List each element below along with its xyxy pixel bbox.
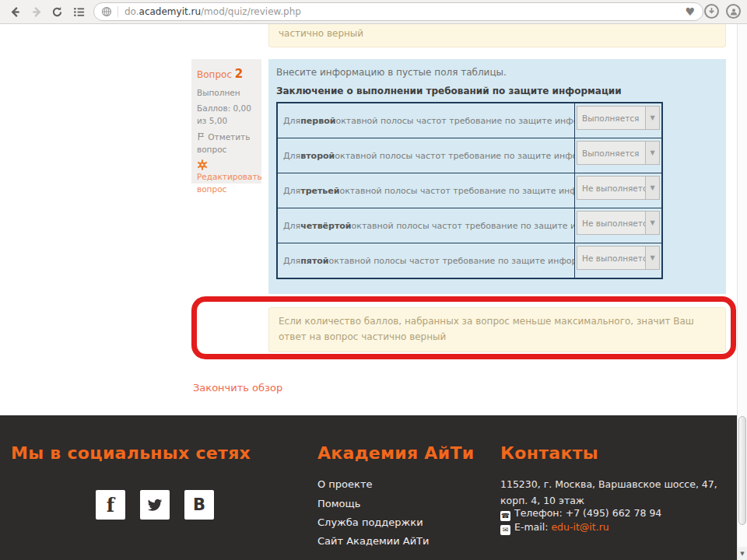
contact-email: ✉E-mail: edu-it@it.ru (500, 521, 609, 535)
contacts-heading: Контакты (500, 443, 598, 463)
answer-select[interactable]: Выполняется▼ (577, 141, 660, 165)
answer-cell: Не выполняется▼ (574, 243, 661, 278)
back-arrow-icon (9, 6, 21, 18)
finish-review-link[interactable]: Закончить обзор (193, 382, 282, 394)
back-button[interactable] (6, 3, 23, 20)
social-icons-row: f B (96, 490, 214, 520)
question-grade: Баллов: 0,00 из 5,00 (197, 103, 256, 128)
forward-button[interactable] (28, 3, 45, 20)
chevron-down-icon: ▼ (645, 177, 659, 199)
url-text: do.academyit.ru/mod/quiz/review.php (124, 6, 679, 17)
download-arrow-icon (708, 8, 715, 15)
answer-cell: Выполняется▼ (574, 103, 661, 138)
chevron-down-icon: ▼ (645, 142, 659, 164)
answer-select[interactable]: Не выполняется▼ (577, 246, 660, 270)
answer-cell: Выполняется▼ (574, 138, 661, 173)
footer-link-help[interactable]: Помощь (317, 498, 360, 509)
scrollbar-down-button[interactable]: ▼ (738, 547, 747, 560)
footer-link-site[interactable]: Сайт Академии АйТи (317, 535, 429, 547)
footer-link-support[interactable]: Служба поддержки (317, 516, 423, 528)
bookmark-heart-icon[interactable]: ♥ (685, 6, 695, 17)
footer-link-about[interactable]: О проекте (317, 478, 373, 490)
user-icon (730, 8, 738, 16)
row-statement: Для пятой октавной полосы частот требова… (278, 243, 574, 278)
question-prompt: Внесите информацию в пустые поля таблицы… (276, 67, 718, 78)
profile-button[interactable] (726, 4, 741, 19)
contact-phone: ☎Телефон: +7 (495) 662 78 94 (500, 507, 661, 521)
scrollbar-thumb[interactable] (738, 416, 746, 525)
row-statement: Для третьей октавной полосы частот требо… (278, 173, 574, 208)
question-body: Внесите информацию в пустые поля таблицы… (268, 59, 726, 294)
speed-dial-button[interactable] (70, 3, 87, 20)
table-row: Для второй октавной полосы частот требов… (278, 138, 661, 173)
general-feedback-box: Если количество баллов, набранных за воп… (268, 307, 726, 352)
chevron-down-icon: ▼ (645, 212, 659, 234)
twitter-button[interactable] (140, 490, 170, 520)
facebook-icon: f (107, 494, 114, 516)
chevron-down-icon: ▼ (645, 107, 659, 129)
row-statement: Для первой октавной полосы частот требов… (278, 103, 574, 138)
table-row: Для первой октавной полосы частот требов… (278, 103, 661, 138)
site-footer: Мы в социальных сетях f B Академия АйТи … (0, 415, 747, 560)
list-icon (73, 6, 85, 18)
phone-icon: ☎ (500, 511, 510, 521)
table-row: Для пятой октавной полосы частот требова… (278, 243, 661, 278)
globe-icon (101, 6, 112, 17)
answer-cell: Не выполняется▼ (574, 208, 661, 243)
email-link[interactable]: edu-it@it.ru (551, 521, 608, 533)
answer-select[interactable]: Выполняется▼ (577, 106, 660, 130)
answer-select[interactable]: Не выполняется▼ (577, 176, 660, 200)
reload-icon (51, 6, 63, 18)
answer-select[interactable]: Не выполняется▼ (577, 211, 660, 235)
previous-feedback-box: частично верный (268, 23, 726, 47)
vertical-scrollbar[interactable]: ▼ (737, 23, 747, 560)
row-statement: Для четвёртой октавной полосы частот тре… (278, 208, 574, 243)
browser-window: do.academyit.ru/mod/quiz/review.php ♥ ча… (0, 0, 747, 560)
question-number: Вопрос 2 (197, 65, 256, 83)
forward-arrow-icon (31, 6, 43, 18)
question-info-panel: Вопрос 2 Выполнен Баллов: 0,00 из 5,00 О… (191, 59, 261, 184)
answer-cell: Не выполняется▼ (574, 173, 661, 208)
email-icon: ✉ (500, 525, 510, 535)
twitter-icon (146, 496, 163, 513)
table-title: Заключение о выполнении требований по за… (276, 86, 718, 96)
contact-address: 115230, г. Москва, Варшавское шоссе, 47,… (500, 476, 728, 509)
previous-feedback-text: частично верный (279, 28, 363, 39)
address-divider (117, 6, 118, 17)
academy-heading: Академия АйТи (317, 443, 474, 463)
table-row: Для третьей октавной полосы частот требо… (278, 173, 661, 208)
facebook-button[interactable]: f (96, 490, 125, 520)
browser-toolbar: do.academyit.ru/mod/quiz/review.php ♥ (0, 0, 747, 24)
vk-icon: B (193, 495, 205, 514)
edit-question-link[interactable]: Редактировать вопрос (197, 159, 256, 196)
table-row: Для четвёртой октавной полосы частот тре… (278, 208, 661, 243)
flag-icon (197, 132, 205, 141)
gear-icon (197, 159, 208, 170)
address-bar[interactable]: do.academyit.ru/mod/quiz/review.php ♥ (93, 2, 703, 21)
downloads-button[interactable] (704, 4, 719, 19)
flag-question-link[interactable]: Отметить вопрос (197, 131, 256, 156)
social-heading: Мы в социальных сетях (11, 443, 251, 463)
reload-button[interactable] (48, 3, 65, 20)
chevron-down-icon: ▼ (645, 247, 659, 269)
row-statement: Для второй октавной полосы частот требов… (278, 138, 574, 173)
question-state: Выполнен (197, 87, 256, 100)
vk-button[interactable]: B (184, 490, 214, 520)
general-feedback-text: Если количество баллов, набранных за воп… (279, 316, 694, 342)
answers-table: Для первой октавной полосы частот требов… (276, 102, 663, 279)
